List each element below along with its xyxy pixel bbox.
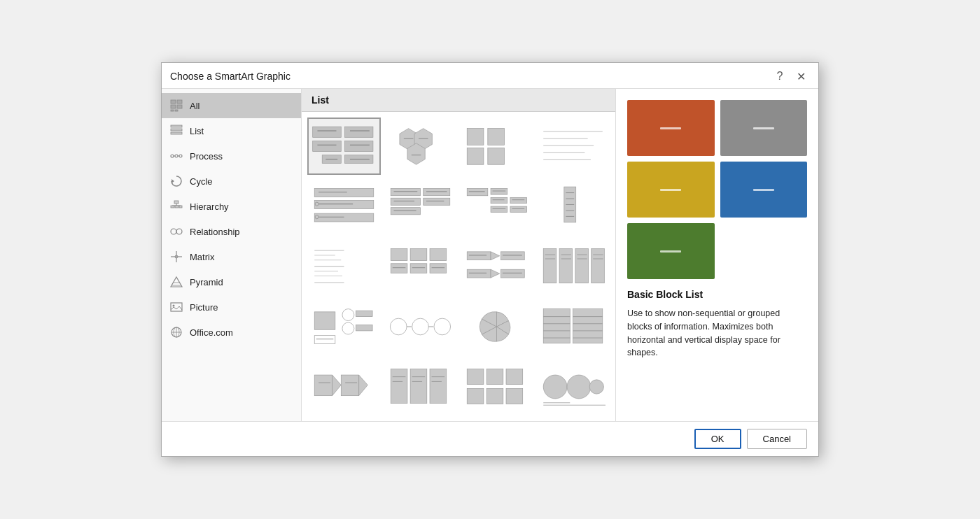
cancel-button[interactable]: Cancel bbox=[747, 429, 807, 449]
svg-point-11 bbox=[175, 155, 178, 157]
sidebar-item-cycle[interactable]: Cycle bbox=[162, 169, 301, 194]
svg-rect-70 bbox=[391, 189, 420, 196]
preview-swatches bbox=[627, 100, 807, 279]
graphics-grid bbox=[302, 112, 615, 421]
svg-rect-119 bbox=[467, 269, 491, 278]
graphic-item-text-list[interactable] bbox=[307, 238, 381, 295]
svg-rect-18 bbox=[171, 206, 174, 208]
svg-rect-164 bbox=[391, 369, 407, 404]
graphic-item-circles-connected[interactable] bbox=[384, 298, 457, 355]
help-button[interactable]: ? bbox=[771, 69, 789, 84]
svg-rect-141 bbox=[314, 336, 335, 344]
graphic-item-tall-column[interactable] bbox=[536, 178, 610, 235]
titlebar: Choose a SmartArt Graphic ? ✕ bbox=[162, 63, 818, 89]
all-icon bbox=[169, 98, 184, 113]
graphic-item-multi-column-tall[interactable] bbox=[536, 238, 610, 295]
sidebar-item-office[interactable]: Office.com bbox=[162, 320, 301, 345]
sidebar-item-process[interactable]: Process bbox=[162, 143, 301, 169]
graphic-item-lined-list[interactable] bbox=[536, 118, 610, 175]
svg-point-30 bbox=[173, 305, 175, 307]
dialog-footer: OK Cancel bbox=[162, 421, 818, 456]
svg-point-13 bbox=[179, 155, 182, 157]
svg-rect-90 bbox=[510, 206, 527, 212]
sidebar-item-hierarchy[interactable]: Hierarchy bbox=[162, 194, 301, 219]
sidebar-item-relationship[interactable]: Relationship bbox=[162, 219, 301, 244]
svg-point-25 bbox=[175, 255, 178, 258]
svg-rect-136 bbox=[314, 312, 335, 329]
svg-rect-165 bbox=[410, 369, 427, 404]
svg-rect-3 bbox=[177, 105, 182, 108]
svg-rect-127 bbox=[592, 249, 605, 283]
svg-rect-125 bbox=[559, 249, 573, 283]
sidebar-item-picture[interactable]: Picture bbox=[162, 294, 301, 320]
svg-rect-54 bbox=[488, 129, 505, 145]
graphic-item-circular-arrows[interactable] bbox=[536, 358, 610, 415]
svg-rect-88 bbox=[491, 206, 507, 212]
svg-rect-62 bbox=[314, 189, 374, 197]
category-header: List bbox=[302, 89, 615, 112]
dialog-title: Choose a SmartArt Graphic bbox=[170, 71, 290, 82]
sidebar-item-list[interactable]: List bbox=[162, 118, 301, 143]
svg-rect-2 bbox=[171, 105, 176, 108]
graphic-item-stacked-bars[interactable] bbox=[384, 178, 457, 235]
graphic-item-table[interactable] bbox=[536, 298, 610, 355]
sidebar-item-matrix[interactable]: Matrix bbox=[162, 244, 301, 269]
svg-rect-19 bbox=[175, 206, 178, 208]
svg-marker-121 bbox=[491, 269, 500, 278]
graphic-item-chevron[interactable] bbox=[460, 238, 533, 295]
graphic-item-column-grid[interactable] bbox=[384, 238, 457, 295]
svg-rect-114 bbox=[467, 252, 491, 260]
svg-rect-106 bbox=[410, 249, 427, 261]
sidebar-item-pyramid[interactable]: Pyramid bbox=[162, 269, 301, 294]
svg-rect-160 bbox=[341, 375, 358, 396]
svg-rect-174 bbox=[486, 369, 503, 385]
graphic-item-three-panel[interactable] bbox=[384, 358, 457, 415]
svg-rect-105 bbox=[391, 249, 407, 261]
graphic-item-square-grid[interactable] bbox=[460, 118, 533, 175]
swatch-dash bbox=[753, 189, 774, 191]
sidebar-label-list: List bbox=[190, 126, 204, 136]
center-panel: List bbox=[302, 89, 615, 421]
svg-rect-38 bbox=[344, 141, 373, 151]
graphic-item-pie-spoke[interactable] bbox=[460, 298, 533, 355]
graphic-item-arrow-blocks[interactable] bbox=[307, 358, 381, 415]
svg-point-147 bbox=[434, 318, 451, 335]
list-icon bbox=[169, 123, 184, 138]
svg-point-9 bbox=[171, 155, 174, 157]
svg-rect-117 bbox=[500, 252, 524, 260]
dialog-body: All List Process Cycle bbox=[162, 89, 818, 421]
sidebar-item-all[interactable]: All bbox=[162, 93, 301, 118]
svg-rect-175 bbox=[506, 369, 523, 385]
titlebar-icons: ? ✕ bbox=[771, 69, 810, 84]
svg-point-145 bbox=[412, 318, 429, 335]
svg-point-181 bbox=[589, 380, 603, 394]
relationship-icon bbox=[169, 224, 184, 239]
graphic-item-indented[interactable] bbox=[460, 178, 533, 235]
svg-rect-80 bbox=[467, 189, 488, 196]
sidebar-label-relationship: Relationship bbox=[190, 227, 240, 237]
graphic-item-box-circles[interactable] bbox=[307, 298, 381, 355]
picture-icon bbox=[169, 299, 184, 315]
sidebar-label-pyramid: Pyramid bbox=[190, 277, 223, 287]
svg-rect-166 bbox=[430, 369, 447, 404]
svg-rect-177 bbox=[486, 389, 503, 404]
svg-rect-5 bbox=[175, 110, 178, 111]
svg-rect-74 bbox=[391, 208, 420, 215]
svg-rect-158 bbox=[314, 375, 332, 396]
svg-rect-126 bbox=[575, 249, 589, 283]
ok-button[interactable]: OK bbox=[694, 429, 741, 449]
svg-marker-161 bbox=[359, 375, 368, 396]
svg-rect-53 bbox=[467, 129, 484, 145]
svg-marker-116 bbox=[491, 252, 500, 260]
close-button[interactable]: ✕ bbox=[792, 69, 810, 84]
graphic-item-hexagon[interactable] bbox=[384, 118, 457, 175]
svg-marker-159 bbox=[332, 375, 342, 396]
svg-rect-37 bbox=[313, 141, 342, 151]
graphic-item-basic-block[interactable] bbox=[307, 118, 381, 175]
svg-rect-176 bbox=[467, 389, 484, 404]
svg-rect-64 bbox=[314, 201, 374, 209]
svg-point-22 bbox=[176, 229, 182, 234]
svg-rect-86 bbox=[510, 197, 527, 203]
graphic-item-wide-bars[interactable] bbox=[307, 178, 381, 235]
graphic-item-card-grid[interactable] bbox=[460, 358, 533, 415]
